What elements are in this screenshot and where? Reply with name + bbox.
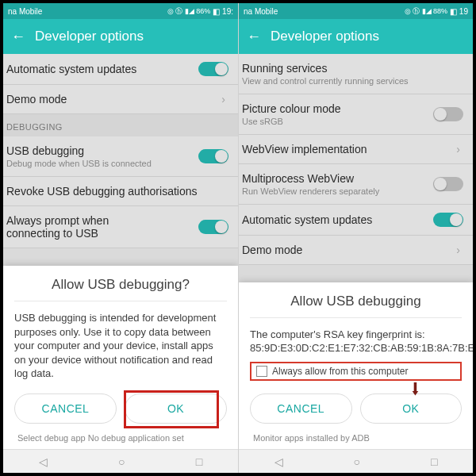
network-icons: ◎ ⓗ ▮◢ 86% [167, 6, 211, 17]
chevron-right-icon: › [456, 143, 463, 155]
network-icons: ◎ ⓗ ▮◢ 88% [405, 6, 448, 17]
checkbox-label: Always allow from this computer [272, 366, 408, 377]
faded-row: Monitor apps installed by ADB [250, 430, 462, 443]
dialog-allow-usb-debugging: Allow USB debugging The computer's RSA k… [239, 282, 473, 449]
sublabel: Use sRGB [242, 117, 341, 126]
dialog-allow-usb-debugging: Allow USB debugging? USB debugging is in… [3, 266, 238, 449]
label: Picture colour mode [242, 102, 341, 115]
label: WebView implementation [242, 143, 367, 155]
faded-row: Select debug app No debug application se… [14, 430, 227, 443]
ok-button[interactable]: OK [360, 393, 463, 424]
label: Always prompt when connecting to USB [6, 214, 165, 240]
app-bar: ← Developer options [239, 19, 473, 54]
label: Automatic system updates [242, 213, 372, 226]
chevron-right-icon: › [221, 93, 228, 106]
nav-back-icon[interactable]: ◁ [39, 455, 48, 468]
label: Running services [242, 62, 409, 75]
row-always-prompt[interactable]: Always prompt when connecting to USB [3, 206, 238, 248]
nav-recent-icon[interactable]: □ [431, 455, 437, 468]
sublabel: View and control currently running servi… [242, 76, 409, 86]
page-title: Developer options [271, 29, 379, 44]
settings-list: Automatic system updates Demo mode › DEB… [3, 54, 238, 248]
carrier-label: na Mobile [244, 7, 278, 16]
carrier-label: na Mobile [8, 7, 42, 16]
label: Multiprocess WebView [242, 172, 379, 185]
system-nav-bar: ◁ ○ □ [239, 449, 473, 473]
ok-button[interactable]: OK [125, 393, 227, 424]
label: Demo mode [242, 244, 302, 256]
settings-list: Running services View and control curren… [239, 54, 473, 265]
status-bar: na Mobile ◎ ⓗ ▮◢ 88% ◧ 19 [239, 3, 473, 19]
dialog-title: Allow USB debugging? [14, 277, 227, 301]
row-demo-mode[interactable]: Demo mode › [3, 85, 238, 114]
section-debugging: DEBUGGING [3, 114, 238, 136]
dialog-title: Allow USB debugging [250, 294, 462, 317]
cancel-button[interactable]: CANCEL [14, 393, 117, 424]
battery-time: ◧ 19: [213, 7, 233, 16]
sublabel: Debug mode when USB is connected [6, 159, 152, 168]
checkbox-always-allow[interactable]: Always allow from this computer [250, 362, 462, 381]
label: Revoke USB debugging authorisations [6, 185, 198, 198]
row-multiprocess-webview[interactable]: Multiprocess WebView Run WebView rendere… [239, 164, 473, 205]
row-demo-mode[interactable]: Demo mode › [239, 236, 473, 265]
label: Demo mode [6, 93, 67, 106]
toggle-auto-updates[interactable] [433, 213, 463, 227]
toggle-always-prompt[interactable] [198, 220, 228, 234]
nav-home-icon[interactable]: ○ [354, 455, 360, 468]
row-usb-debugging[interactable]: USB debugging Debug mode when USB is con… [3, 136, 238, 177]
toggle-auto-updates[interactable] [198, 62, 228, 76]
sublabel: Run WebView renderers separately [242, 186, 379, 196]
toggle-multiprocess[interactable] [433, 177, 463, 191]
nav-recent-icon[interactable]: □ [196, 455, 202, 468]
dialog-body: USB debugging is intended for developmen… [14, 311, 227, 381]
row-auto-system-updates[interactable]: Automatic system updates [3, 54, 238, 85]
row-auto-system-updates[interactable]: Automatic system updates [239, 205, 473, 236]
back-icon[interactable]: ← [247, 29, 261, 45]
toggle-usb-debugging[interactable] [198, 149, 228, 163]
nav-back-icon[interactable]: ◁ [274, 455, 283, 468]
row-revoke-auth[interactable]: Revoke USB debugging authorisations [3, 177, 238, 206]
page-title: Developer options [35, 29, 144, 44]
row-webview-impl[interactable]: WebView implementation › [239, 135, 473, 164]
row-running-services[interactable]: Running services View and control curren… [239, 54, 473, 94]
status-bar: na Mobile ◎ ⓗ ▮◢ 86% ◧ 19: [3, 3, 238, 19]
app-bar: ← Developer options [3, 19, 238, 54]
checkbox-icon[interactable] [256, 366, 267, 377]
dialog-body: The computer's RSA key fingerprint is: 8… [250, 328, 462, 355]
cancel-button[interactable]: CANCEL [250, 393, 352, 424]
chevron-right-icon: › [456, 244, 463, 256]
row-picture-colour-mode[interactable]: Picture colour mode Use sRGB [239, 94, 473, 135]
label: Automatic system updates [6, 63, 136, 75]
system-nav-bar: ◁ ○ □ [3, 449, 238, 473]
battery-time: ◧ 19 [450, 7, 468, 16]
back-icon[interactable]: ← [11, 29, 25, 45]
screenshot-left: na Mobile ◎ ⓗ ▮◢ 86% ◧ 19: ← Developer o… [3, 3, 238, 473]
label: USB debugging [6, 144, 152, 157]
toggle-colour-mode[interactable] [433, 107, 463, 121]
screenshot-right: na Mobile ◎ ⓗ ▮◢ 88% ◧ 19 ← Developer op… [238, 3, 473, 473]
nav-home-icon[interactable]: ○ [118, 455, 125, 468]
